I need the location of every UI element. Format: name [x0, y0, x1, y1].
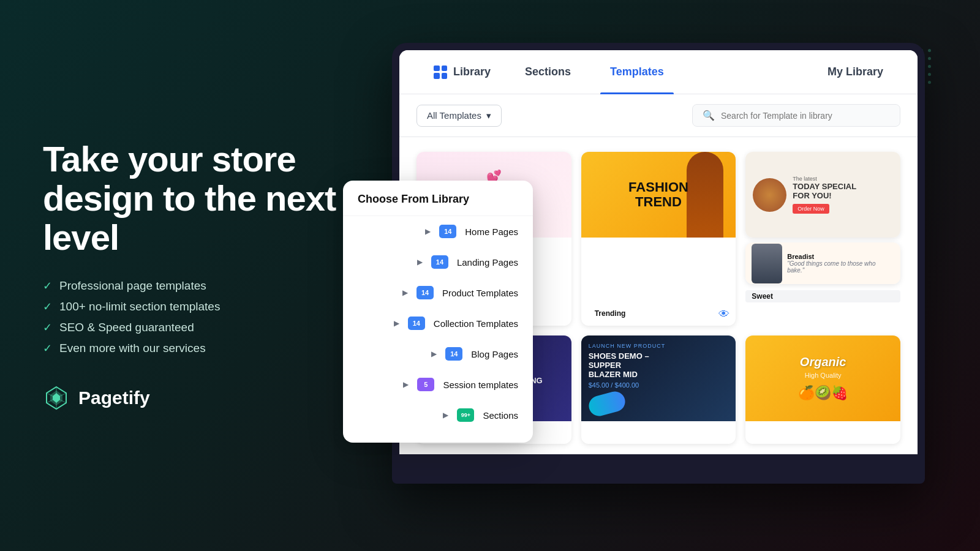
template-card-fashion[interactable]: FASHIONTREND Trending 👁 [581, 152, 736, 326]
popup-item-home-pages[interactable]: ▶ 14 Home Pages [343, 216, 533, 247]
nav-sections[interactable]: Sections [505, 50, 590, 94]
template-card-shoes[interactable]: LAUNCH NEW PRODUCT SHOES DEMO –SUPPERBLA… [581, 335, 736, 444]
template-card-organic[interactable]: Organic High Quality 🍊🥝🍓 [745, 335, 900, 444]
feature-3: ✓ SEO & Speed guaranteed [43, 321, 337, 334]
search-input[interactable] [721, 111, 890, 121]
popup-chevron-3: ▶ [402, 288, 408, 297]
sweet-label: Sweet [745, 290, 900, 302]
popup-title: Choose From Library [343, 193, 533, 216]
badge-sections: 99+ [457, 408, 474, 422]
popup-chevron-6: ▶ [403, 380, 409, 389]
features-list: ✓ Professional page templates ✓ 100+ no-… [43, 279, 337, 355]
library-icon [434, 66, 447, 79]
trending-label: Trending [589, 307, 632, 320]
choose-from-library-popup: Choose From Library ▶ 14 Home Pages ▶ 14… [343, 181, 533, 443]
popup-chevron-4: ▶ [394, 319, 399, 328]
template-card-baker[interactable]: Breadist "Good things come to those who … [745, 242, 900, 284]
popup-chevron-5: ▶ [431, 350, 437, 358]
shoes-visual [586, 389, 627, 418]
all-templates-dropdown[interactable]: All Templates ▾ [417, 105, 502, 127]
badge-collection-templates: 14 [408, 317, 425, 330]
pagetify-logo-icon [43, 384, 70, 411]
check-icon-4: ✓ [43, 342, 52, 355]
check-icon-1: ✓ [43, 279, 52, 293]
badge-session-templates: 5 [417, 378, 434, 391]
popup-chevron-7: ▶ [443, 411, 448, 419]
badge-home-pages: 14 [439, 225, 456, 238]
eye-icon-fashion: 👁 [718, 308, 729, 321]
popup-item-session-templates[interactable]: ▶ 5 Session templates [343, 369, 533, 400]
logo-text: Pagetify [78, 388, 150, 408]
popup-item-product-templates[interactable]: ▶ 14 Product Templates [343, 277, 533, 308]
popup-item-sections[interactable]: ▶ 99+ Sections [343, 400, 533, 430]
search-bar[interactable]: 🔍 [692, 104, 900, 127]
cookie-image [753, 178, 786, 212]
filter-bar: All Templates ▾ 🔍 [399, 94, 918, 137]
feature-2: ✓ 100+ no-limit section templates [43, 300, 337, 313]
person-silhouette [687, 152, 723, 238]
feature-1: ✓ Professional page templates [43, 279, 337, 293]
nav-templates[interactable]: Templates [590, 50, 684, 94]
left-panel: Take your store design to the next level… [0, 103, 380, 448]
feature-4: ✓ Even more with our services [43, 342, 337, 355]
right-panel: Library Sections Templates My Library Al… [380, 0, 980, 551]
popup-chevron-1: ▶ [425, 227, 431, 236]
check-icon-3: ✓ [43, 321, 52, 334]
badge-blog-pages: 14 [445, 347, 462, 361]
badge-landing-pages: 14 [431, 255, 448, 269]
template-card-today[interactable]: The latest TODAY SPECIALFOR YOU! Order N… [745, 152, 900, 238]
popup-chevron-2: ▶ [417, 258, 423, 266]
order-button: Order Now [793, 204, 829, 214]
popup-item-blog-pages[interactable]: ▶ 14 Blog Pages [343, 339, 533, 369]
dropdown-chevron-icon: ▾ [486, 110, 491, 121]
popup-item-landing-pages[interactable]: ▶ 14 Landing Pages [343, 247, 533, 277]
baker-image [752, 244, 782, 283]
nav-my-library[interactable]: My Library [813, 50, 898, 94]
nav-library[interactable]: Library [419, 50, 505, 94]
popup-item-collection-templates[interactable]: ▶ 14 Collection Templates [343, 308, 533, 339]
app-header: Library Sections Templates My Library [399, 50, 918, 94]
main-headline: Take your store design to the next level [43, 140, 337, 257]
logo-area: Pagetify [43, 384, 337, 411]
check-icon-2: ✓ [43, 300, 52, 313]
search-icon: 🔍 [703, 110, 715, 121]
badge-product-templates: 14 [417, 286, 434, 299]
